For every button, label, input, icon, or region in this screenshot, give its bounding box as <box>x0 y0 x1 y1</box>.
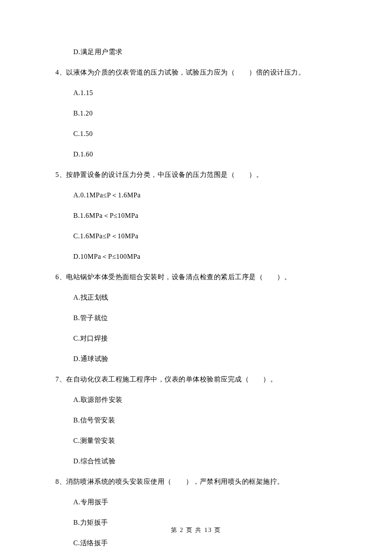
q4-stem: 4、以液体为介质的仪表管道的压力试验，试验压力应为（ ）倍的设计压力。 <box>55 67 337 78</box>
q3-option-d: D.满足用户需求 <box>73 47 337 57</box>
q8-stem: 8、消防喷淋系统的喷头安装应使用（ ），严禁利用喷头的框架施拧。 <box>55 477 337 487</box>
q5-option-b: B.1.6MPa＜P≤10MPa <box>73 211 337 221</box>
q6-option-c: C.对口焊接 <box>73 333 337 344</box>
q5-option-a: A.0.1MPa≤P＜1.6MPa <box>73 190 337 200</box>
q6-stem: 6、电站锅炉本体受热面组合安装时，设备清点检查的紧后工序是（ ）。 <box>55 272 337 282</box>
page-content: D.满足用户需求 4、以液体为介质的仪表管道的压力试验，试验压力应为（ ）倍的设… <box>0 0 392 555</box>
q4-option-b: B.1.20 <box>73 108 337 119</box>
q6-option-b: B.管子就位 <box>73 313 337 323</box>
q5-option-d: D.10MPa＜P≤100MPa <box>73 251 337 262</box>
q7-option-a: A.取源部件安装 <box>73 395 337 405</box>
q4-option-d: D.1.60 <box>73 149 337 159</box>
q7-option-c: C.测量管安装 <box>73 436 337 446</box>
q7-stem: 7、在自动化仪表工程施工程序中，仪表的单体校验前应完成（ ）。 <box>55 374 337 384</box>
q4-option-c: C.1.50 <box>73 129 337 139</box>
q4-option-a: A.1.15 <box>73 88 337 98</box>
q8-option-c: C.活络扳手 <box>73 538 337 548</box>
q8-option-a: A.专用扳手 <box>73 497 337 507</box>
q5-stem: 5、按静置设备的设计压力分类，中压设备的压力范围是（ ）。 <box>55 170 337 180</box>
q7-option-d: D.综合性试验 <box>73 456 337 466</box>
page-footer: 第 2 页 共 13 页 <box>0 526 392 535</box>
q7-option-b: B.信号管安装 <box>73 415 337 425</box>
q6-option-a: A.找正划线 <box>73 292 337 303</box>
q6-option-d: D.通球试验 <box>73 354 337 364</box>
q5-option-c: C.1.6MPa≤P＜10MPa <box>73 231 337 241</box>
